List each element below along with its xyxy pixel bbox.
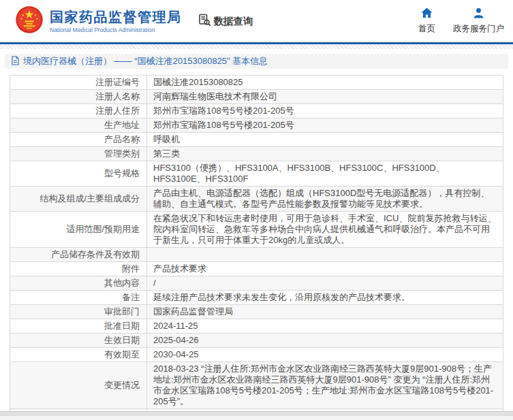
main-content: 境内医疗器械（注册） —— “国械注准20153080825” 基本信息 注册证… — [0, 49, 513, 420]
field-label: 有效期至 — [10, 348, 147, 362]
field-value: 2025-04-26 — [147, 334, 503, 348]
field-value: 2024-11-25 — [147, 319, 503, 334]
field-value: HFS3100（便携）、HFS3100A、HFS3100B、HFS3100C、H… — [147, 161, 503, 187]
field-value: 国械注准20153080825 — [147, 76, 503, 90]
hatch-strip — [0, 44, 513, 49]
table-row: 结构及组成/主要组成成分产品由主机、电源适配器（选配）组成（HFS3100D型号… — [10, 187, 503, 212]
field-label: 附件 — [10, 262, 147, 276]
table-row: 生产地址郑州市宝瑞路108号5号楼201-205号 — [10, 118, 503, 133]
document-search-icon — [198, 14, 211, 29]
field-label: 注册人住所 — [10, 104, 147, 118]
field-value: 产品技术要求 — [147, 262, 503, 276]
table-row: 注册人名称河南辉瑞生物医电技术有限公司 — [10, 90, 503, 104]
nav-item-home[interactable]: 首页 — [418, 7, 435, 35]
table-row: 注册人住所郑州市宝瑞路108号5号楼201-205号 — [10, 104, 503, 118]
field-value: 呼吸机 — [147, 133, 503, 147]
nav-home-label: 首页 — [418, 23, 435, 35]
page: 国家药品监督管理局 National Medical Products Admi… — [0, 0, 513, 420]
field-label: 其他内容 — [10, 276, 147, 291]
table-row: 生效日期2025-04-26 — [10, 334, 503, 348]
field-value: 郑州市宝瑞路108号5号楼201-205号 — [147, 118, 503, 133]
app-header: 国家药品监督管理局 National Medical Products Admi… — [0, 0, 513, 42]
field-label: 生产地址 — [10, 118, 147, 133]
registration-info-table: 注册证编号国械注准20153080825注册人名称河南辉瑞生物医电技术有限公司注… — [10, 75, 503, 420]
table-row: 型号规格HFS3100（便携）、HFS3100A、HFS3100B、HFS310… — [10, 161, 503, 187]
table-row: 审批部门国家药品监督管理局 — [10, 305, 503, 319]
field-label: 注册证编号 — [10, 76, 147, 90]
footer-below — [0, 416, 513, 420]
data-query-button[interactable]: 数据查询 — [198, 14, 253, 29]
national-emblem-logo — [15, 5, 44, 37]
table-row: 备注延续注册产品技术要求未发生变化，沿用原核发的产品技术要求。 — [10, 291, 503, 305]
field-value: 河南辉瑞生物医电技术有限公司 — [147, 90, 503, 104]
field-label: 产品储存条件及有效期 — [10, 248, 147, 262]
table-row: 批准日期2024-11-25 — [10, 319, 503, 334]
field-value: 郑州市宝瑞路108号5号楼201-205号 — [147, 104, 503, 118]
field-label: 注册人名称 — [10, 90, 147, 104]
table-row: 有效期至2030-04-25 — [10, 348, 503, 362]
table-row: 管理类别第三类 — [10, 147, 503, 161]
info-table-body: 注册证编号国械注准20153080825注册人名称河南辉瑞生物医电技术有限公司注… — [10, 76, 503, 420]
field-value: 2030-04-25 — [147, 348, 503, 362]
field-value: 第三类 — [147, 147, 503, 161]
nav-item-portal[interactable]: 政务服务门户 — [453, 7, 504, 35]
org-name-en: National Medical Products Administration — [50, 27, 182, 33]
header-nav: 首页 政务服务门户 — [418, 7, 504, 35]
footer-band — [0, 411, 513, 416]
portal-user-icon — [473, 7, 484, 20]
field-label: 变更情况 — [10, 362, 147, 409]
field-label: 生效日期 — [10, 334, 147, 348]
page-title: 境内医疗器械（注册） —— “国械注准20153080825” 基本信息 — [23, 55, 268, 67]
field-label: 产品名称 — [10, 133, 147, 147]
breadcrumb: 境内医疗器械（注册） —— “国械注准20153080825” 基本信息 — [5, 54, 508, 69]
table-row: 其他内容/ — [10, 276, 503, 291]
table-row: 附件产品技术要求 — [10, 262, 503, 276]
org-name-zh: 国家药品监督管理局 — [50, 10, 182, 25]
brand-text: 国家药品监督管理局 National Medical Products Admi… — [50, 10, 182, 33]
field-label: 备注 — [10, 291, 147, 305]
field-value — [147, 248, 503, 262]
field-value: 2018-03-23 “注册人住所:郑州市金水区农业路南经三路西英特大厦9层90… — [147, 362, 503, 409]
document-icon — [12, 56, 19, 67]
table-row: 注册证编号国械注准20153080825 — [10, 76, 503, 90]
home-icon — [421, 7, 433, 20]
field-value: 在紧急状况下和转运患者时使用，可用于急诊科、手术室、ICU、院前复苏抢救与转运、… — [147, 212, 503, 248]
field-value: 国家药品监督管理局 — [147, 305, 503, 319]
field-label: 审批部门 — [10, 305, 147, 319]
field-label: 管理类别 — [10, 147, 147, 161]
field-value: 延续注册产品技术要求未发生变化，沿用原核发的产品技术要求。 — [147, 291, 503, 305]
table-row: 变更情况2018-03-23 “注册人住所:郑州市金水区农业路南经三路西英特大厦… — [10, 362, 503, 409]
table-row: 适用范围/预期用途在紧急状况下和转运患者时使用，可用于急诊科、手术室、ICU、院… — [10, 212, 503, 248]
page-footer-strip — [0, 411, 513, 420]
field-label: 批准日期 — [10, 319, 147, 334]
field-value: / — [147, 276, 503, 291]
table-row: 产品储存条件及有效期 — [10, 248, 503, 262]
field-label: 结构及组成/主要组成成分 — [10, 187, 147, 212]
table-row: 产品名称呼吸机 — [10, 133, 503, 147]
field-label: 型号规格 — [10, 161, 147, 187]
data-query-label: 数据查询 — [214, 15, 253, 28]
nav-portal-label: 政务服务门户 — [453, 23, 504, 35]
field-label: 适用范围/预期用途 — [10, 212, 147, 248]
field-value: 产品由主机、电源适配器（选配）组成（HFS3100D型号无电源适配器），具有控制… — [147, 187, 503, 212]
